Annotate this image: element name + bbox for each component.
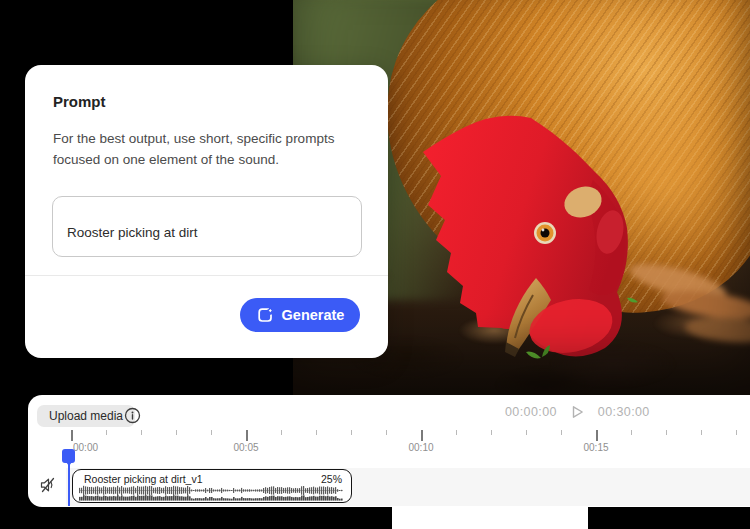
clip-volume: 25% (321, 473, 342, 485)
ruler-time-label: 00:15 (583, 442, 608, 453)
ruler-tick (386, 430, 387, 435)
ruler-tick (246, 430, 248, 441)
ruler-tick (491, 430, 492, 435)
ruler-tick (666, 430, 667, 435)
ruler-time-label: 00:00 (73, 442, 98, 453)
ruler-tick (596, 430, 598, 441)
bottom-white-section (392, 507, 588, 529)
ruler-tick (316, 430, 317, 435)
ruler-tick (106, 430, 107, 435)
playhead-line (68, 461, 71, 506)
ruler-tick (141, 430, 142, 435)
ruler-time-label: 00:10 (408, 442, 433, 453)
mute-icon[interactable] (39, 476, 57, 494)
ruler-tick (351, 430, 352, 435)
ruler-tick (456, 430, 457, 435)
timeline-ruler[interactable]: 00:0000:0500:1000:15 (28, 430, 750, 452)
generate-button[interactable]: Generate (240, 298, 360, 332)
info-icon[interactable] (124, 407, 141, 424)
ruler-tick (561, 430, 562, 435)
ruler-tick (701, 430, 702, 435)
prompt-title: Prompt (53, 93, 106, 110)
ruler-time-label: 00:05 (233, 442, 258, 453)
play-button[interactable] (570, 404, 585, 420)
audio-clip[interactable]: Rooster picking at dirt_v1 25% (72, 469, 352, 503)
generate-icon (256, 306, 275, 325)
ruler-tick (736, 430, 737, 435)
ruler-tick (176, 430, 177, 435)
total-time: 00:30:00 (598, 405, 650, 419)
ruler-tick (421, 430, 423, 441)
card-divider (25, 275, 388, 276)
current-time: 00:00:00 (505, 405, 557, 419)
ruler-tick (631, 430, 632, 435)
prompt-card: Prompt For the best output, use short, s… (25, 65, 388, 358)
ruler-tick (211, 430, 212, 435)
timeline-panel: Upload media 00:00:00 00:30:00 00:0000:0… (28, 395, 750, 507)
transport-controls: 00:00:00 00:30:00 (505, 404, 650, 420)
prompt-description: For the best output, use short, specific… (53, 128, 383, 170)
clip-name: Rooster picking at dirt_v1 (84, 473, 202, 485)
ruler-tick (526, 430, 527, 435)
waveform (79, 485, 343, 501)
upload-media-button[interactable]: Upload media (37, 405, 135, 427)
ruler-tick (71, 430, 73, 441)
ruler-tick (281, 430, 282, 435)
generate-label: Generate (282, 307, 345, 323)
prompt-input[interactable] (52, 196, 362, 257)
